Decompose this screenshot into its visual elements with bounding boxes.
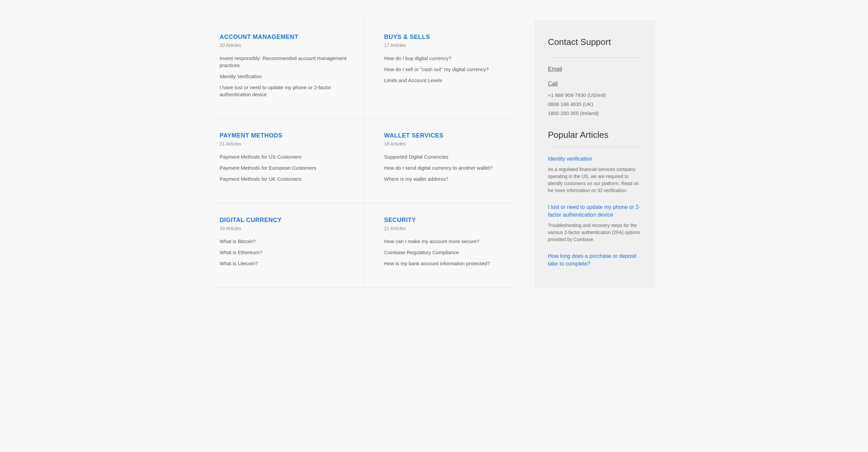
- article-link[interactable]: Limits and Account Levels: [384, 77, 501, 84]
- sidebar: Contact Support Email Call +1 888 908-79…: [535, 20, 655, 288]
- article-link[interactable]: Payment Methods for US Customers: [220, 153, 350, 160]
- category-buys-sells: BUYS & SELLS17 ArticlesHow do I buy digi…: [364, 20, 515, 119]
- category-title-security[interactable]: SECURITY: [384, 217, 501, 224]
- category-title-account-management[interactable]: ACCOUNT MANAGEMENT: [220, 33, 350, 40]
- sidebar-divider-1: [548, 57, 642, 58]
- popular-articles-title: Popular Articles: [548, 130, 642, 140]
- category-security: SECURITY21 ArticlesHow can I make my acc…: [364, 203, 515, 288]
- category-count-payment-methods: 21 Articles: [220, 141, 350, 146]
- category-count-wallet-services: 18 Articles: [384, 141, 501, 146]
- category-title-wallet-services[interactable]: WALLET SERVICES: [384, 132, 501, 139]
- article-link[interactable]: What is Ethereum?: [220, 249, 350, 256]
- article-link[interactable]: What is Bitcoin?: [220, 238, 350, 245]
- category-wallet-services: WALLET SERVICES18 ArticlesSupported Digi…: [364, 119, 515, 203]
- article-link[interactable]: Where is my wallet address?: [384, 175, 501, 182]
- category-count-account-management: 20 Articles: [220, 43, 350, 48]
- article-link[interactable]: What is Litecoin?: [220, 260, 350, 267]
- category-account-management: ACCOUNT MANAGEMENT20 ArticlesInvest resp…: [213, 20, 364, 119]
- popular-articles-list: Identity verificationAs a regulated fina…: [548, 155, 642, 267]
- category-count-security: 21 Articles: [384, 226, 501, 231]
- article-link[interactable]: Identity Verification: [220, 73, 350, 80]
- article-link[interactable]: Payment Methods for European Customers: [220, 164, 350, 171]
- call-link[interactable]: Call: [548, 81, 642, 87]
- article-link[interactable]: Invest responsibly: Recommended account …: [220, 55, 350, 69]
- article-link[interactable]: How do I sell or "cash out" my digital c…: [384, 66, 501, 73]
- category-count-buys-sells: 17 Articles: [384, 43, 501, 48]
- popular-article-desc: As a regulated financial services compan…: [548, 166, 642, 194]
- sidebar-divider-2: [548, 147, 642, 147]
- popular-article-title[interactable]: How long does a purchase or deposit take…: [548, 253, 642, 267]
- article-link[interactable]: Payment Methods for UK Customers: [220, 175, 350, 182]
- email-link[interactable]: Email: [548, 66, 642, 73]
- category-count-digital-currency: 33 Articles: [220, 226, 350, 231]
- contact-support-title: Contact Support: [548, 37, 642, 47]
- article-link[interactable]: Supported Digital Currencies: [384, 153, 501, 160]
- category-digital-currency: DIGITAL CURRENCY33 ArticlesWhat is Bitco…: [213, 203, 364, 288]
- article-link[interactable]: How is my bank account information prote…: [384, 260, 501, 267]
- category-payment-methods: PAYMENT METHODS21 ArticlesPayment Method…: [213, 119, 364, 203]
- article-link[interactable]: How do I buy digital currency?: [384, 55, 501, 62]
- popular-article-title[interactable]: I lost or need to update my phone or 2-f…: [548, 203, 642, 219]
- main-content: ACCOUNT MANAGEMENT20 ArticlesInvest resp…: [213, 20, 515, 288]
- popular-article-title[interactable]: Identity verification: [548, 155, 642, 163]
- article-link[interactable]: Coinbase Regulatory Compliance: [384, 249, 501, 256]
- phone-numbers: +1 888 908-7930 (US/Intl) 0808 168 4635 …: [548, 90, 642, 118]
- article-link[interactable]: How do I send digital currency to anothe…: [384, 164, 501, 171]
- category-title-buys-sells[interactable]: BUYS & SELLS: [384, 33, 501, 40]
- category-title-digital-currency[interactable]: DIGITAL CURRENCY: [220, 217, 350, 224]
- article-link[interactable]: I have lost or need to update my phone o…: [220, 84, 350, 98]
- article-link[interactable]: How can I make my account more secure?: [384, 238, 501, 245]
- category-title-payment-methods[interactable]: PAYMENT METHODS: [220, 132, 350, 139]
- popular-article-desc: Troubleshooting and recovery steps for t…: [548, 222, 642, 243]
